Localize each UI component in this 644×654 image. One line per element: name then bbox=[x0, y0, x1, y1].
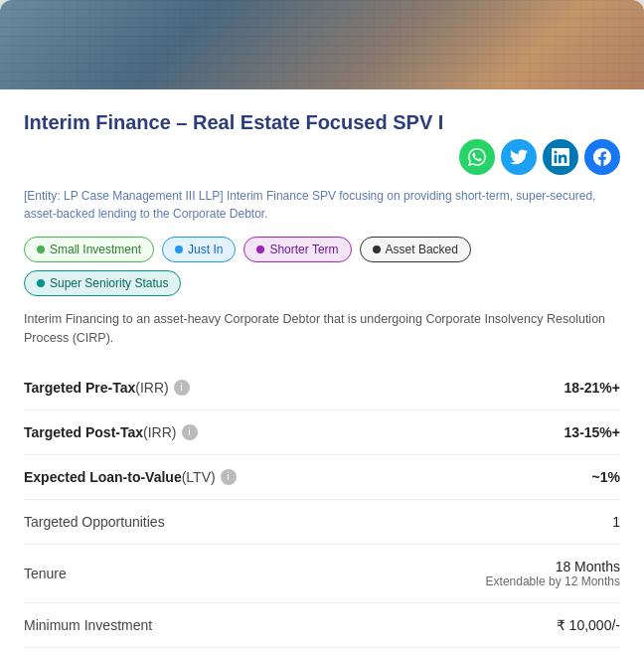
facebook-icon[interactable] bbox=[584, 139, 620, 175]
metric-label: Targeted Pre-Tax(IRR) i bbox=[24, 380, 190, 396]
metric-spv-size: SPV Size ₹ 35.00 Lakhs bbox=[24, 648, 620, 655]
tag-just-in[interactable]: Just In bbox=[162, 237, 236, 262]
metric-value: 18 Months Extendable by 12 Months bbox=[486, 559, 620, 588]
metric-value: ~1% bbox=[592, 469, 620, 485]
info-icon[interactable]: i bbox=[174, 380, 190, 396]
metric-minimum-investment: Minimum Investment ₹ 10,000/- bbox=[24, 603, 620, 648]
info-icon[interactable]: i bbox=[182, 424, 198, 440]
metric-ltv: Expected Loan-to-Value(LTV) i ~1% bbox=[24, 455, 620, 500]
tag-dot bbox=[37, 279, 45, 287]
metric-value: 1 bbox=[612, 514, 620, 530]
metric-label: Expected Loan-to-Value(LTV) i bbox=[24, 469, 237, 485]
tag-shorter-term[interactable]: Shorter Term bbox=[243, 237, 351, 262]
tag-label: Shorter Term bbox=[269, 243, 338, 256]
metric-label: Minimum Investment bbox=[24, 617, 152, 633]
metric-value: 13-15%+ bbox=[564, 424, 620, 440]
social-icons-group bbox=[24, 139, 620, 175]
tag-super-seniority[interactable]: Super Seniority Status bbox=[24, 270, 181, 296]
metric-label: Targeted Opportunities bbox=[24, 514, 165, 530]
tag-dot bbox=[175, 245, 183, 253]
tag-label: Super Seniority Status bbox=[50, 276, 168, 290]
primary-value: 18 Months bbox=[556, 559, 620, 574]
tag-dot bbox=[373, 245, 381, 253]
tag-asset-backed[interactable]: Asset Backed bbox=[360, 237, 471, 262]
whatsapp-icon[interactable] bbox=[459, 139, 495, 175]
tag-label: Small Investment bbox=[50, 243, 141, 256]
investment-description: Interim Financing to an asset-heavy Corp… bbox=[24, 310, 620, 348]
tag-dot bbox=[37, 245, 45, 253]
tag-label: Asset Backed bbox=[386, 243, 458, 256]
tag-label: Just In bbox=[188, 243, 223, 256]
investment-card: Interim Finance – Real Estate Focused SP… bbox=[0, 0, 644, 654]
label-text: Expected Loan-to-Value(LTV) bbox=[24, 469, 216, 485]
twitter-icon[interactable] bbox=[501, 139, 537, 175]
metric-label: Targeted Post-Tax(IRR) i bbox=[24, 424, 198, 440]
label-text: Targeted Pre-Tax(IRR) bbox=[24, 380, 169, 396]
page-title: Interim Finance – Real Estate Focused SP… bbox=[24, 109, 443, 135]
card-body: Interim Finance – Real Estate Focused SP… bbox=[0, 89, 644, 654]
label-text: Targeted Opportunities bbox=[24, 514, 165, 530]
tag-small-investment[interactable]: Small Investment bbox=[24, 237, 154, 262]
label-text: Targeted Post-Tax(IRR) bbox=[24, 424, 177, 440]
entity-description: [Entity: LP Case Management III LLP] Int… bbox=[24, 187, 620, 223]
metric-post-tax-irr: Targeted Post-Tax(IRR) i 13-15%+ bbox=[24, 410, 620, 455]
metric-tenure: Tenure 18 Months Extendable by 12 Months bbox=[24, 545, 620, 603]
metric-label: Tenure bbox=[24, 566, 67, 581]
tag-dot bbox=[256, 245, 264, 253]
label-text: Tenure bbox=[24, 566, 67, 581]
metric-targeted-opportunities: Targeted Opportunities 1 bbox=[24, 500, 620, 545]
info-icon[interactable]: i bbox=[221, 469, 237, 485]
metric-value: 18-21%+ bbox=[564, 380, 620, 396]
tags-container: Small Investment Just In Shorter Term As… bbox=[24, 237, 620, 296]
metrics-container: Targeted Pre-Tax(IRR) i 18-21%+ Targeted… bbox=[24, 366, 620, 655]
metric-pre-tax-irr: Targeted Pre-Tax(IRR) i 18-21%+ bbox=[24, 366, 620, 410]
label-text: Minimum Investment bbox=[24, 617, 152, 633]
linkedin-icon[interactable] bbox=[543, 139, 578, 175]
hero-image bbox=[0, 0, 644, 89]
sub-value: Extendable by 12 Months bbox=[486, 574, 620, 588]
metric-value: ₹ 10,000/- bbox=[557, 617, 620, 633]
